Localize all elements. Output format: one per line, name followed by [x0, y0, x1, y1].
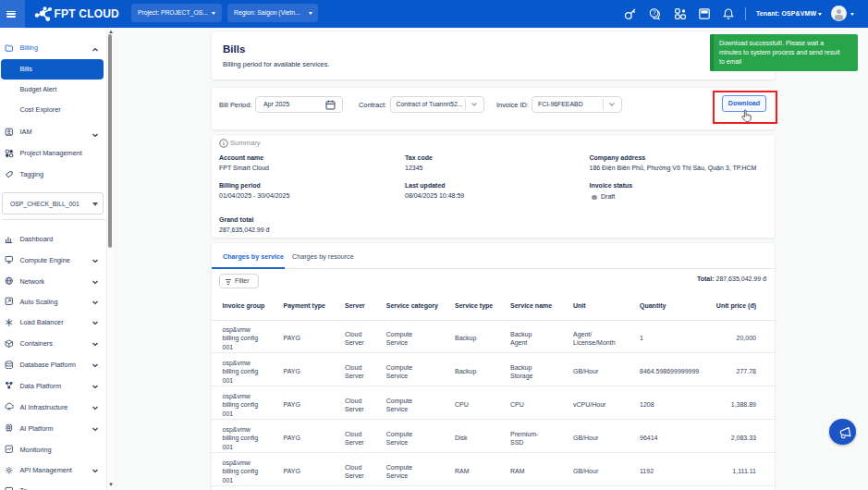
- svg-text:?: ?: [653, 9, 656, 16]
